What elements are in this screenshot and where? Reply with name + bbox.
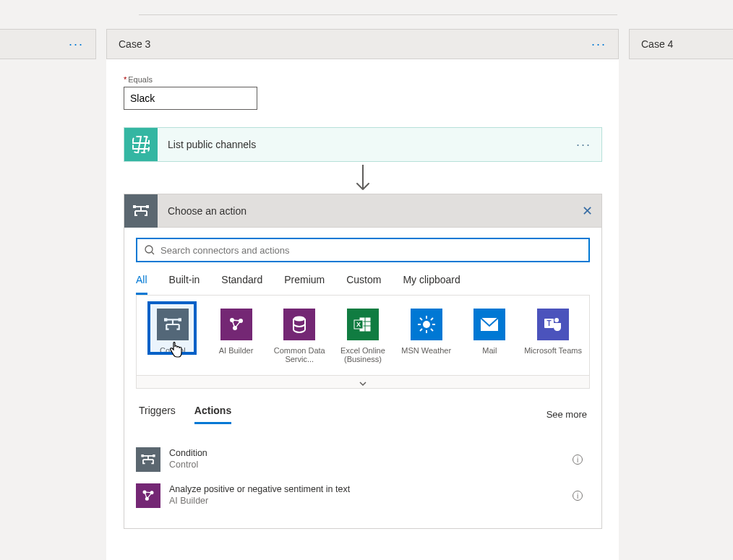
category-tabs: All Built-in Standard Premium Custom My … [136,274,590,296]
connector-label: Excel Online (Business) [334,346,392,363]
svg-rect-31 [153,455,155,457]
divider [139,14,617,15]
tab-premium[interactable]: Premium [284,274,325,295]
connector-label: Control [160,346,185,355]
equals-input[interactable] [124,87,257,110]
mail-icon [473,309,505,340]
action-condition[interactable]: Condition Control i [136,441,587,478]
svg-point-17 [423,321,430,328]
control-icon [136,447,160,472]
connector-label: Common Data Servic... [270,346,328,363]
svg-point-27 [554,318,559,322]
connector-teams[interactable]: T Microsoft Teams [524,309,582,363]
svg-rect-4 [164,318,167,321]
search-icon [145,245,155,255]
connector-ai-builder[interactable]: AI Builder [207,309,265,363]
connector-mail[interactable]: Mail [460,309,518,363]
search-input[interactable] [160,245,581,256]
action-title: Condition [169,448,207,460]
action-subtitle: AI Builder [169,496,350,507]
case-body: *Equals List public channels ··· Choose … [106,59,619,560]
action-step-label: List public channels [168,139,256,150]
tab-triggers[interactable]: Triggers [139,405,176,424]
info-icon[interactable]: i [573,455,583,465]
sub-tabs: Triggers Actions [139,405,231,424]
svg-rect-5 [178,318,181,321]
teams-icon: T [537,309,569,340]
choose-action-panel: Choose an action ✕ All Built-in Standard… [124,194,602,529]
case-title: Case 4 [641,38,673,50]
ellipsis-icon[interactable]: ··· [576,137,591,152]
database-icon [283,309,315,340]
connector-cds[interactable]: Common Data Servic... [270,309,328,363]
sun-icon [411,309,442,340]
tab-actions[interactable]: Actions [194,405,231,424]
svg-line-24 [431,318,433,320]
svg-line-25 [420,329,422,331]
svg-line-23 [431,329,433,331]
action-analyze-sentiment[interactable]: Analyze positive or negative sentiment i… [136,478,587,514]
control-icon [124,194,158,228]
choose-action-body: All Built-in Standard Premium Custom My … [124,228,601,528]
equals-label: *Equals [124,75,601,84]
search-input-wrapper[interactable] [136,238,590,262]
case-header-prev[interactable]: ··· [0,29,96,59]
ai-builder-icon [136,483,160,508]
case-title: Case 3 [119,38,150,50]
svg-rect-30 [141,455,144,457]
action-title: Analyze positive or negative sentiment i… [169,484,350,496]
action-subtitle: Control [169,460,207,471]
case-header-next[interactable]: Case 4 ··· [629,29,733,59]
arrow-down-icon [354,162,372,194]
expand-connectors[interactable] [137,375,589,388]
ellipsis-icon[interactable]: ··· [591,37,606,52]
tab-all[interactable]: All [136,274,147,295]
excel-icon: X [347,309,379,340]
tab-custom[interactable]: Custom [346,274,381,295]
connector-grid: Control AI Builder [136,296,590,389]
connector-label: Mail [482,346,497,355]
tab-builtin[interactable]: Built-in [169,274,200,295]
svg-line-22 [420,318,422,320]
close-icon[interactable]: ✕ [582,203,593,219]
connector-label: Microsoft Teams [524,346,582,355]
ai-builder-icon [220,309,252,340]
svg-point-2 [145,246,153,253]
connector-msn-weather[interactable]: MSN Weather [398,309,455,363]
svg-rect-1 [146,205,149,208]
control-icon [157,309,189,340]
info-icon[interactable]: i [573,491,583,501]
connector-control[interactable]: Control [144,309,202,363]
connector-excel[interactable]: X Excel Online (Business) [334,309,392,363]
see-more-link[interactable]: See more [546,409,587,420]
slack-icon [124,128,158,161]
svg-text:T: T [547,319,552,327]
svg-point-9 [293,316,305,322]
choose-action-title: Choose an action [168,205,247,217]
action-step-list-channels[interactable]: List public channels ··· [124,127,602,162]
choose-action-header: Choose an action ✕ [124,194,601,228]
tab-standard[interactable]: Standard [221,274,262,295]
connector-label: MSN Weather [401,346,451,355]
case-header-current[interactable]: Case 3 ··· [106,29,619,59]
svg-text:X: X [356,321,361,328]
connector-label: AI Builder [219,346,254,355]
svg-line-3 [152,252,154,254]
svg-rect-0 [133,205,136,208]
ellipsis-icon[interactable]: ··· [69,37,84,52]
actions-list[interactable]: Condition Control i Analyze positive or … [136,441,590,528]
tab-clipboard[interactable]: My clipboard [403,274,460,295]
chevron-down-icon [359,378,367,387]
